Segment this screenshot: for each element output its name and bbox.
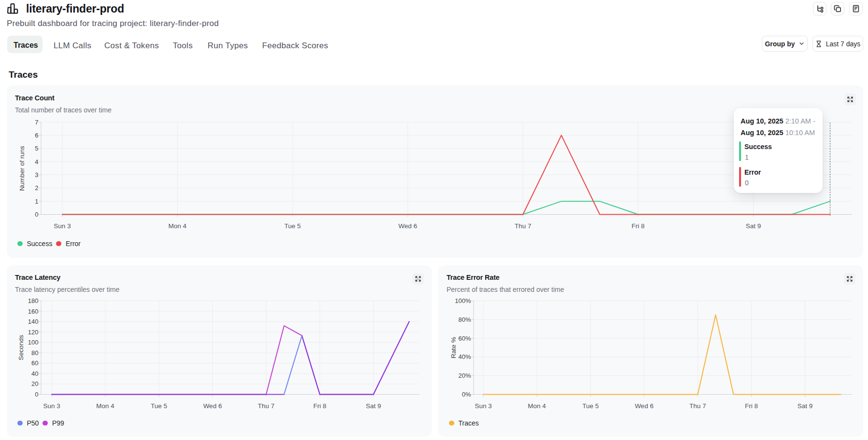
svg-text:Sat 9: Sat 9 (366, 402, 381, 410)
svg-text:Fri 8: Fri 8 (313, 402, 326, 410)
svg-text:Sun 3: Sun 3 (475, 402, 491, 410)
svg-text:6: 6 (35, 132, 38, 139)
svg-text:Wed 6: Wed 6 (398, 222, 417, 230)
svg-text:5: 5 (35, 145, 38, 152)
svg-text:3: 3 (35, 171, 38, 179)
svg-text:160: 160 (28, 308, 39, 315)
svg-text:0: 0 (35, 391, 38, 398)
svg-text:Thu 7: Thu 7 (689, 402, 706, 410)
svg-text:0%: 0% (462, 391, 471, 398)
svg-text:100: 100 (28, 339, 39, 346)
svg-text:60%: 60% (458, 335, 471, 342)
svg-text:Sun 3: Sun 3 (54, 222, 70, 230)
svg-text:120: 120 (28, 329, 39, 336)
svg-text:40: 40 (31, 370, 38, 377)
svg-text:100%: 100% (455, 297, 471, 304)
svg-text:80%: 80% (458, 316, 471, 323)
svg-text:Number of runs: Number of runs (18, 146, 26, 191)
svg-text:180: 180 (28, 297, 39, 304)
svg-text:Fri 8: Fri 8 (745, 402, 758, 410)
svg-text:Tue 5: Tue 5 (582, 402, 599, 410)
svg-text:0: 0 (35, 211, 38, 218)
svg-text:Thu 7: Thu 7 (258, 402, 275, 410)
svg-text:2: 2 (35, 184, 38, 192)
svg-text:Wed 6: Wed 6 (203, 402, 222, 410)
svg-text:80: 80 (31, 349, 38, 357)
svg-text:1: 1 (35, 198, 38, 205)
svg-text:Tue 5: Tue 5 (151, 402, 167, 410)
svg-text:Mon 4: Mon 4 (168, 222, 187, 230)
svg-text:Mon 4: Mon 4 (528, 402, 546, 410)
svg-text:Fri 8: Fri 8 (631, 222, 644, 230)
svg-text:Seconds: Seconds (17, 335, 25, 360)
svg-text:Rate %: Rate % (450, 337, 457, 358)
svg-text:4: 4 (35, 158, 38, 165)
svg-text:Sat 9: Sat 9 (798, 402, 813, 410)
svg-text:Sat 9: Sat 9 (746, 222, 761, 230)
svg-text:Wed 6: Wed 6 (635, 402, 654, 410)
svg-text:7: 7 (35, 119, 38, 126)
svg-text:60: 60 (31, 359, 38, 367)
svg-text:Thu 7: Thu 7 (515, 222, 532, 230)
svg-text:Mon 4: Mon 4 (96, 402, 114, 410)
svg-text:140: 140 (28, 318, 39, 325)
svg-text:20: 20 (31, 380, 38, 387)
svg-text:Sun 3: Sun 3 (43, 402, 60, 410)
svg-text:40%: 40% (458, 353, 471, 360)
svg-text:Tue 5: Tue 5 (284, 222, 301, 230)
svg-text:20%: 20% (458, 372, 471, 379)
